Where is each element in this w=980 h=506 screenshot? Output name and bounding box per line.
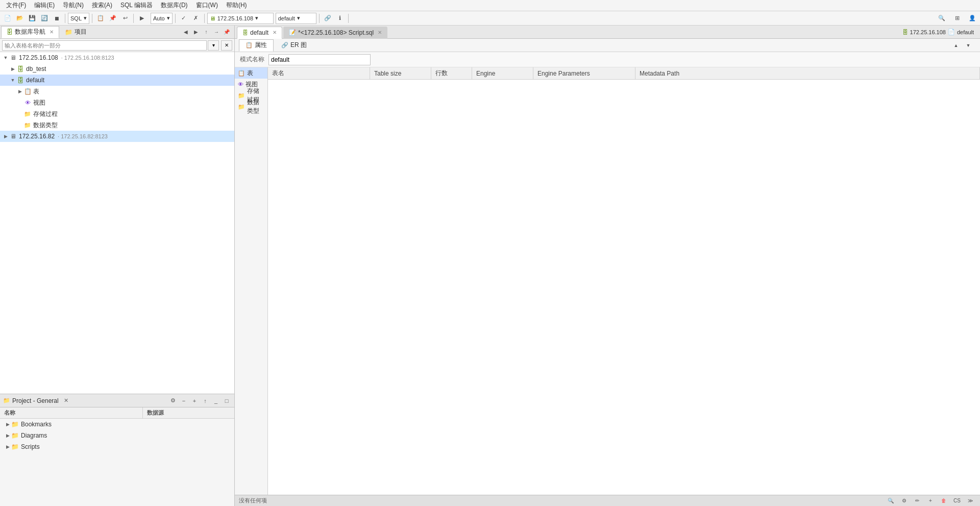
nav-collapse-btn[interactable]: 📌 [222,28,231,37]
connection-dropdown[interactable]: 🖥 172.25.16.108 ▾ [207,13,274,24]
bottom-panel-icon: 📁 [3,397,10,404]
bottom-item-bookmarks[interactable]: ▶ 📁 Bookmarks [0,419,234,430]
schema-tab-props[interactable]: 📋 属性 [239,39,274,52]
er-icon: 🔗 [281,42,288,49]
toolbar-open-btn[interactable]: 📂 [14,13,26,24]
toolbar-schema-sync-btn[interactable]: 🔗 [322,13,333,24]
data-table-header: 表名 Table size 行数 Engine Engine Parameter… [268,67,980,80]
nav-back-btn[interactable]: ◀ [181,28,190,37]
clear-filter-btn[interactable]: ✕ [221,40,232,51]
toolbar-run-btn[interactable]: ▶ [136,13,148,24]
top-right-status: 🔍 ⊞ 👤 [936,13,978,24]
tree-item-server1[interactable]: ▼ 🖥 172.25.16.108 · 172.25.16.108:8123 [0,52,234,63]
toolbar-refresh-btn[interactable]: 🔄 [39,13,50,24]
tree-item-procs[interactable]: 📁 存储过程 [0,108,234,119]
schema-name-input[interactable] [268,54,371,65]
toolbar-commit-btn[interactable]: ✓ [178,13,189,24]
toolbar-undo-btn[interactable]: ↩ [119,13,131,24]
menu-nav[interactable]: 导航(N) [59,0,88,11]
right-content-split: 📋 表 👁 视图 📁 存储过程 📁 数据类型 [235,67,980,495]
schema-tree-types[interactable]: 📁 数据类型 [235,101,267,112]
menu-search[interactable]: 搜索(A) [88,0,116,11]
search-input[interactable] [2,40,207,51]
bottom-maximize-btn[interactable]: □ [222,396,231,405]
tree-item-default[interactable]: ▼ 🗄 default [0,75,234,86]
tab-default-close[interactable]: ✕ [273,30,277,35]
status-add-btn[interactable]: + [925,496,936,505]
tab-db-nav[interactable]: 🗄 数据库导航 ✕ [1,26,59,38]
status-settings-btn[interactable]: ⚙ [898,496,910,505]
toolbar-new-btn[interactable]: 📄 [2,13,13,24]
bottom-arrow-up-btn[interactable]: ↑ [201,396,210,405]
tree-item-views[interactable]: 👁 视图 [0,97,234,108]
tree-item-server2[interactable]: ▶ 🖥 172.25.16.82 · 172.25.16.82:8123 [0,131,234,142]
menu-file[interactable]: 文件(F) [2,0,30,11]
layout-btn[interactable]: ⊞ [951,13,963,24]
scroll-up-btn[interactable]: ▲ [950,41,962,50]
bottom-minimize-btn[interactable]: _ [211,396,220,405]
menu-sql-editor[interactable]: SQL 编辑器 [116,0,157,11]
projects-label: 项目 [75,28,87,36]
schema-tab-er[interactable]: 🔗 ER 图 [275,39,313,52]
bottom-minus-btn[interactable]: − [179,396,188,405]
schema-view-icon: 👁 [238,81,243,87]
menu-database[interactable]: 数据库(D) [157,0,192,11]
db-nav-close[interactable]: ✕ [50,29,54,35]
tree-item-types[interactable]: 📁 数据类型 [0,119,234,131]
schema-name-row: 模式名称 [235,52,980,67]
separator-3 [133,14,134,23]
tab-script[interactable]: 📝 *<172.25.16.108> Script.sql ✕ [283,27,387,39]
bottom-item-scripts[interactable]: ▶ 📁 Scripts [0,441,234,452]
bottom-panel-close-btn[interactable]: ✕ [64,397,68,404]
toolbar-rollback-btn[interactable]: ✗ [190,13,202,24]
bottom-plus-btn[interactable]: + [190,396,199,405]
status-delete-btn[interactable]: 🗑 [938,496,949,505]
separator-2 [92,14,92,23]
bottom-panel-header: 📁 Project - General ✕ ⚙ − + ↑ _ □ [0,394,234,407]
nav-forward-btn[interactable]: ▶ [191,28,201,37]
bottom-panel-title: Project - General [12,397,59,404]
sql-label: SQL [70,15,82,21]
tab-script-close[interactable]: ✕ [378,30,382,35]
user-btn[interactable]: 👤 [967,13,978,24]
toolbar-paste-btn[interactable]: 📌 [107,13,118,24]
bookmarks-label: Bookmarks [21,421,52,428]
tab-default-label: default [250,29,268,36]
schema-dropdown-arrow: ▾ [297,15,300,21]
status-more-btn[interactable]: ≫ [965,496,976,505]
sql-dropdown-arrow: ▾ [84,15,87,21]
status-logo-btn[interactable]: CS [951,496,963,505]
schema-tables-label: 表 [247,69,253,78]
auto-dropdown[interactable]: Auto ▾ [151,13,173,24]
schema-type-icon: 📁 [238,104,245,110]
toolbar-stop-btn[interactable]: ⏹ [51,13,62,24]
nav-down-btn[interactable]: → [212,28,221,37]
tab-default[interactable]: 🗄 default ✕ [237,27,282,39]
status-edit-btn[interactable]: ✏ [912,496,923,505]
bottom-settings-btn[interactable]: ⚙ [168,396,178,405]
tree-arrow-dbtest: ▶ [9,65,16,73]
left-panel-tab-actions: ◀ ▶ ↑ → 📌 [181,28,233,37]
toolbar-save-btn[interactable]: 💾 [27,13,38,24]
tree-item-db-test[interactable]: ▶ 🗄 db_test [0,63,234,75]
bottom-item-diagrams[interactable]: ▶ 📁 Diagrams [0,430,234,441]
toolbar-schema-info-btn[interactable]: ℹ [334,13,346,24]
schema-dropdown[interactable]: default ▾ [276,13,316,24]
connection-schema-label: default [957,29,974,35]
filter-btn[interactable]: ▾ [208,40,219,51]
toolbar-copy-btn[interactable]: 📋 [95,13,106,24]
search-btn[interactable]: 🔍 [936,13,947,24]
schema-tree-tables[interactable]: 📋 表 [235,67,267,79]
default-icon: 🗄 [16,76,24,84]
menu-edit[interactable]: 编辑(E) [30,0,59,11]
menu-window[interactable]: 窗口(W) [192,0,222,11]
schema-tree: 📋 表 👁 视图 📁 存储过程 📁 数据类型 [235,67,268,495]
er-label: ER 图 [290,41,307,50]
sql-dropdown[interactable]: SQL ▾ [68,13,89,24]
tree-item-tables[interactable]: ▶ 📋 表 [0,86,234,97]
menu-help[interactable]: 帮助(H) [222,0,251,11]
nav-up-btn[interactable]: ↑ [202,28,211,37]
scroll-down-btn[interactable]: ▼ [963,41,974,50]
status-filter-btn[interactable]: 🔍 [885,496,896,505]
tab-projects[interactable]: 📁 项目 [59,26,92,38]
